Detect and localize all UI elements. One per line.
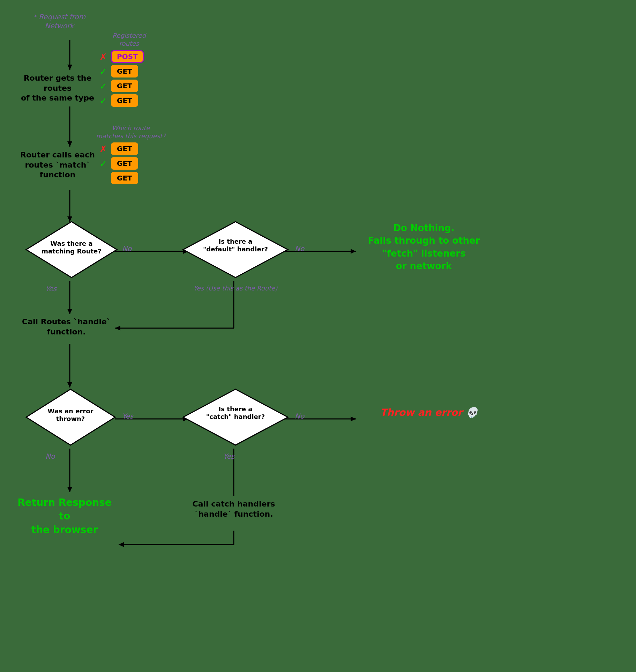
no-label-4: No [45, 452, 55, 460]
no-label-3: No [295, 412, 304, 420]
get-check-3-icon: ✓ [99, 96, 107, 106]
registered-routes-label: Registeredroutes [101, 31, 157, 48]
diagram-container: * Request from Network Router gets the r… [0, 0, 636, 672]
get-badge-3: GET [111, 94, 138, 107]
router-calls-match-label: Router calls eachroutes `match`function [10, 150, 105, 180]
svg-marker-22 [67, 487, 72, 492]
post-badge: POST [111, 50, 144, 63]
svg-text:thrown?: thrown? [56, 415, 85, 422]
return-response-label: Return Response tothe browser [10, 496, 119, 537]
match-get-badge-3: GET [111, 172, 138, 184]
svg-marker-11 [67, 309, 72, 314]
no-label-1: No [122, 244, 132, 253]
get-badge-2: GET [111, 80, 138, 92]
post-cross-icon: ✗ [99, 52, 107, 62]
yes-label-2: Yes [122, 412, 133, 420]
svg-marker-1 [67, 65, 72, 70]
call-catch-handle-label: Call catch handlers`handle` function. [171, 499, 297, 519]
svg-text:Was there a: Was there a [50, 240, 92, 247]
match-check-icon: ✓ [99, 158, 107, 169]
svg-marker-20 [351, 416, 356, 421]
call-routes-handle-label: Call Routes `handle`function. [17, 317, 115, 337]
match-get-badge-1: GET [111, 142, 138, 155]
svg-marker-26 [119, 542, 124, 547]
get-check-2-icon: ✓ [99, 81, 107, 91]
request-from-network-label: * Request from Network [21, 12, 98, 30]
get-badge-1: GET [111, 65, 138, 77]
svg-text:"catch" handler?: "catch" handler? [206, 413, 265, 420]
yes-label-3: Yes [223, 452, 234, 460]
router-gets-routes-label: Router gets the routesof the same type [10, 73, 105, 103]
svg-marker-3 [67, 141, 72, 147]
svg-marker-14 [115, 326, 120, 331]
do-nothing-label: Do Nothing.Falls through to other"fetch"… [363, 222, 485, 273]
svg-marker-16 [67, 382, 72, 387]
match-get-badge-2: GET [111, 157, 138, 170]
svg-text:matching Route?: matching Route? [42, 248, 101, 255]
svg-text:"default" handler?: "default" handler? [203, 245, 268, 253]
match-cross-icon: ✗ [99, 144, 107, 154]
yes-label-1: Yes [45, 285, 57, 293]
which-route-label: Which routematches this request? [96, 124, 166, 140]
yes-use-route-label: Yes (Use this as the Route) [194, 285, 277, 292]
throw-error-label: Throw an error 💀 [363, 407, 495, 418]
svg-text:Was an error: Was an error [48, 407, 93, 415]
no-label-2: No [295, 244, 304, 253]
error-thrown-diamond: Was an error thrown? [24, 387, 117, 447]
catch-handler-diamond: Is there a "catch" handler? [181, 387, 290, 447]
svg-marker-9 [351, 249, 356, 254]
svg-text:Is there a: Is there a [219, 405, 253, 413]
matching-route-diamond: Was there a matching Route? [24, 220, 119, 279]
svg-text:Is there a: Is there a [219, 238, 253, 245]
default-handler-diamond: Is there a "default" handler? [181, 220, 290, 279]
get-check-1-icon: ✓ [99, 66, 107, 77]
